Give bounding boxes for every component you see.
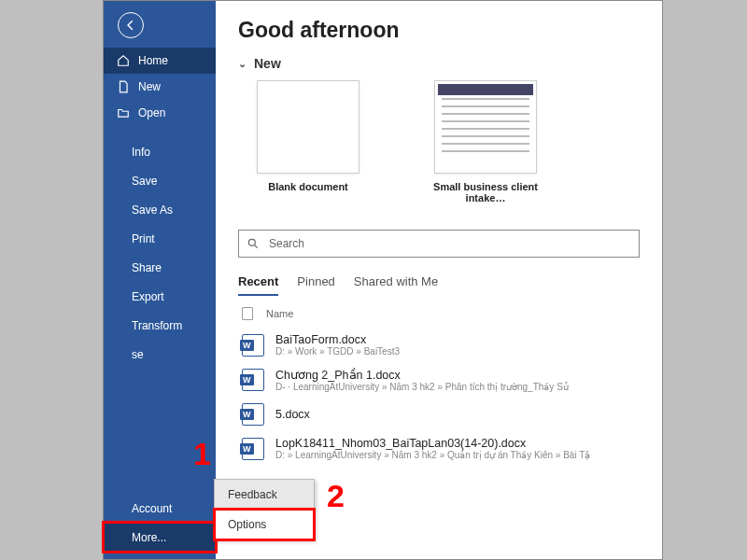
popup-feedback[interactable]: Feedback: [215, 480, 314, 510]
chevron-down-icon: ⌄: [238, 58, 247, 70]
file-icon: [242, 307, 253, 320]
nav-export[interactable]: Export: [104, 282, 216, 311]
more-popup: Feedback Options: [214, 479, 315, 540]
template-label: Small business client intake…: [416, 181, 556, 203]
svg-line-1: [255, 245, 258, 248]
word-doc-icon: [242, 334, 264, 357]
template-thumb: [434, 80, 537, 174]
svg-point-0: [248, 239, 255, 245]
word-doc-icon: [242, 438, 264, 460]
nav-info[interactable]: Info: [104, 137, 216, 166]
file-name: 5.docx: [275, 408, 310, 421]
template-thumb: [257, 80, 359, 174]
file-path: D: » LearningAtUniversity » Năm 3 hk2 » …: [275, 450, 590, 460]
col-name: Name: [266, 308, 293, 319]
main-panel: Good afternoon ⌄ New Blank documentSmall…: [216, 1, 662, 559]
nav-transform[interactable]: Transform: [104, 311, 216, 340]
nav-label: New: [138, 80, 161, 93]
file-row[interactable]: BaiTaoForm.docxD: » Work » TGDD » BaiTes…: [238, 328, 640, 362]
file-row[interactable]: 5.docx: [238, 398, 640, 431]
file-name: BaiTaoForm.docx: [275, 333, 400, 346]
popup-options[interactable]: Options: [215, 510, 314, 539]
list-header: Name: [238, 300, 640, 328]
word-doc-icon: [242, 403, 264, 426]
back-button[interactable]: [118, 12, 144, 38]
nav-share[interactable]: Share: [104, 253, 216, 282]
template-form[interactable]: Small business client intake…: [416, 80, 556, 203]
nav-open[interactable]: Open: [104, 100, 216, 126]
doc-icon: [117, 80, 130, 93]
tab-recent[interactable]: Recent: [238, 274, 278, 296]
search-input[interactable]: Search: [238, 230, 640, 258]
new-section-header[interactable]: ⌄ New: [238, 56, 640, 71]
new-label: New: [254, 56, 281, 71]
search-placeholder: Search: [269, 237, 304, 250]
nav-label: Home: [138, 54, 168, 67]
nav-print[interactable]: Print: [104, 224, 216, 253]
greeting-heading: Good afternoon: [238, 18, 640, 43]
template-label: Blank document: [268, 181, 348, 192]
word-doc-icon: [242, 369, 264, 391]
nav-home[interactable]: Home: [104, 48, 216, 74]
nav-se[interactable]: se: [104, 340, 216, 369]
search-icon: [247, 237, 260, 250]
nav-label: Open: [138, 106, 165, 119]
file-name: LopK18411_Nhom03_BaiTapLan03(14-20).docx: [275, 437, 590, 450]
file-path: D- · LearningAtUniversity » Năm 3 hk2 » …: [275, 382, 569, 392]
home-icon: [117, 54, 130, 67]
template-blank[interactable]: Blank document: [238, 80, 378, 203]
nav-save-as[interactable]: Save As: [104, 195, 216, 224]
file-row[interactable]: LopK18411_Nhom03_BaiTapLan03(14-20).docx…: [238, 431, 640, 466]
file-row[interactable]: Chương 2_Phần 1.docxD- · LearningAtUnive…: [238, 362, 640, 398]
nav-account[interactable]: Account: [104, 494, 216, 523]
tab-pinned[interactable]: Pinned: [297, 274, 334, 296]
file-path: D: » Work » TGDD » BaiTest3: [275, 346, 400, 357]
folder-icon: [117, 106, 130, 119]
backstage-sidebar: HomeNewOpen InfoSaveSave AsPrintShareExp…: [104, 1, 216, 559]
nav-new[interactable]: New: [104, 74, 216, 100]
nav-more[interactable]: More...: [104, 523, 216, 552]
tab-shared-with-me[interactable]: Shared with Me: [354, 274, 438, 296]
file-name: Chương 2_Phần 1.docx: [275, 368, 569, 382]
nav-save[interactable]: Save: [104, 166, 216, 195]
